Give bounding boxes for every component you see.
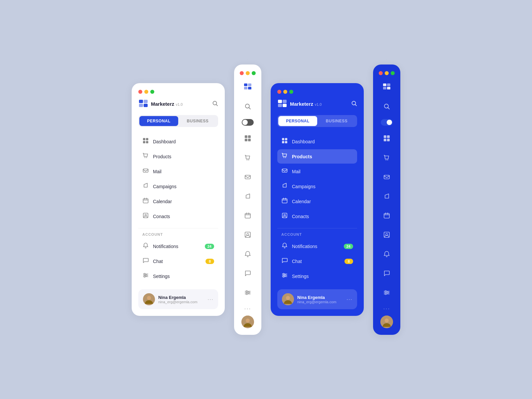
dark-col-calendar-icon[interactable] xyxy=(380,209,393,222)
dark-account-label: ACCOUNT xyxy=(277,232,357,236)
dark-col-user-avatar[interactable] xyxy=(380,316,393,328)
col-contacts-icon[interactable] xyxy=(241,228,254,241)
nav-item-calendar[interactable]: Calendar xyxy=(138,194,218,208)
traffic-lights xyxy=(138,90,218,94)
products-icon xyxy=(142,153,149,160)
logo-icon xyxy=(138,99,148,109)
svg-rect-29 xyxy=(244,87,247,89)
dark-nav-item-mail[interactable]: Mail xyxy=(277,164,357,179)
dark-user-footer[interactable]: Nina Ergemla nina_erg@ergemla.com ··· xyxy=(277,289,357,309)
nav-label-notifications: Notifications xyxy=(153,244,178,249)
nav-item-contacts[interactable]: Conacts xyxy=(138,209,218,223)
dark-col-toggle-dot xyxy=(387,120,392,125)
col-notifications-icon[interactable] xyxy=(241,247,254,261)
dark-col-dashboard-icon[interactable] xyxy=(380,132,393,145)
dark-nav-item-products[interactable]: Products xyxy=(277,149,357,164)
nav-item-campaigns[interactable]: Campaigns xyxy=(138,179,218,194)
more-menu-button[interactable]: ··· xyxy=(207,296,213,303)
col-products-icon[interactable] xyxy=(241,151,254,164)
col-mail-icon[interactable] xyxy=(241,170,254,184)
svg-point-49 xyxy=(246,291,247,292)
dark-col-settings-icon[interactable] xyxy=(380,286,393,299)
dark-col-campaigns-icon[interactable] xyxy=(380,190,393,203)
nav-item-products[interactable]: Products xyxy=(138,149,218,164)
dark-col-traffic-red xyxy=(379,71,383,75)
col-search-icon[interactable] xyxy=(241,100,254,113)
nav-item-settings[interactable]: Settings xyxy=(138,269,218,283)
dark-nav-item-contacts[interactable]: Conacts xyxy=(277,209,357,223)
notifications-icon xyxy=(142,242,149,250)
chat-badge: 8 xyxy=(205,259,214,264)
notifications-badge: 24 xyxy=(205,244,214,249)
nav-label-chat: Chat xyxy=(153,259,163,264)
dark-search-button[interactable] xyxy=(351,100,357,108)
tab-business[interactable]: BUSINESS xyxy=(178,116,217,126)
dark-user-email: nina_erg@ergemla.com xyxy=(297,300,343,304)
dark-nav-label-mail: Mail xyxy=(292,169,301,174)
col-user-avatar[interactable] xyxy=(241,316,254,328)
dark-tab-personal[interactable]: PERSONAL xyxy=(278,116,317,126)
svg-point-78 xyxy=(283,276,284,277)
svg-rect-57 xyxy=(283,104,287,107)
search-button[interactable] xyxy=(212,100,218,108)
svg-point-77 xyxy=(285,275,286,276)
svg-point-76 xyxy=(283,273,284,275)
nav-item-mail[interactable]: Mail xyxy=(138,164,218,179)
dark-nav-label-dashboard: Dashboard xyxy=(292,139,315,144)
svg-rect-87 xyxy=(384,135,386,138)
dark-nav-item-settings[interactable]: Settings xyxy=(277,269,357,283)
dark-more-menu-button[interactable]: ··· xyxy=(346,296,352,303)
dark-nav-item-calendar[interactable]: Calendar xyxy=(277,194,357,208)
traffic-lights-col1 xyxy=(240,71,256,75)
dark-nav-item-campaigns[interactable]: Campaigns xyxy=(277,179,357,194)
svg-point-92 xyxy=(387,159,388,160)
dashboard-icon xyxy=(142,138,149,145)
col-toggle[interactable] xyxy=(242,119,254,126)
light-sidebar-collapsed: ··· xyxy=(234,65,261,335)
svg-point-23 xyxy=(146,275,147,276)
svg-point-80 xyxy=(286,296,290,300)
dark-sidebar-collapsed: ··· xyxy=(373,65,400,335)
dark-tab-business[interactable]: BUSINESS xyxy=(317,116,356,126)
col-calendar-icon[interactable] xyxy=(241,209,254,222)
user-footer[interactable]: Nina Ergemla nina_erg@ergemla.com ··· xyxy=(138,289,218,309)
dark-col-notifications-icon[interactable] xyxy=(380,247,393,261)
svg-line-59 xyxy=(355,104,356,106)
contacts-icon xyxy=(142,212,149,220)
dark-nav-item-chat[interactable]: Chat 8 xyxy=(277,254,357,268)
col-campaigns-icon[interactable] xyxy=(241,190,254,203)
nav-item-dashboard[interactable]: Dashboard xyxy=(138,134,218,149)
dark-app-name-group: Marketerz v1.0 xyxy=(290,101,322,107)
dark-nav-item-dashboard[interactable]: Dashboard xyxy=(277,134,357,149)
app-name-group: Marketerz v1.0 xyxy=(151,101,183,107)
nav-item-chat[interactable]: Chat 8 xyxy=(138,254,218,268)
nav-label-products: Products xyxy=(153,154,171,159)
dark-col-products-icon[interactable] xyxy=(380,151,393,164)
svg-point-72 xyxy=(284,214,286,216)
col-traffic-yellow xyxy=(246,71,250,75)
svg-rect-39 xyxy=(245,175,250,179)
dark-dashboard-icon xyxy=(281,138,288,145)
col-settings-icon[interactable] xyxy=(241,286,254,299)
settings-icon xyxy=(142,272,149,280)
dark-col-search-icon[interactable] xyxy=(380,100,393,113)
nav-item-notifications[interactable]: Notifications 24 xyxy=(138,239,218,253)
dark-nav-item-notifications[interactable]: Notifications 24 xyxy=(277,239,357,253)
svg-rect-1 xyxy=(144,100,148,103)
dark-col-more-dots[interactable]: ··· xyxy=(383,305,390,312)
col-more-dots[interactable]: ··· xyxy=(244,305,251,312)
dark-nav-label-calendar: Calendar xyxy=(292,199,311,204)
svg-rect-8 xyxy=(143,141,145,143)
nav-label-dashboard: Dashboard xyxy=(153,139,176,144)
dark-tab-switcher: PERSONAL BUSINESS xyxy=(277,115,357,127)
tab-personal[interactable]: PERSONAL xyxy=(139,116,178,126)
dark-app-name: Marketerz xyxy=(290,101,313,107)
dark-col-toggle[interactable] xyxy=(381,119,393,126)
user-info: Nina Ergemla nina_erg@ergemla.com xyxy=(158,295,204,304)
user-avatar xyxy=(143,293,155,305)
col-chat-icon[interactable] xyxy=(241,267,254,280)
dark-col-mail-icon[interactable] xyxy=(380,170,393,184)
dark-col-chat-icon[interactable] xyxy=(380,267,393,280)
dark-col-contacts-icon[interactable] xyxy=(380,228,393,241)
col-dashboard-icon[interactable] xyxy=(241,132,254,145)
